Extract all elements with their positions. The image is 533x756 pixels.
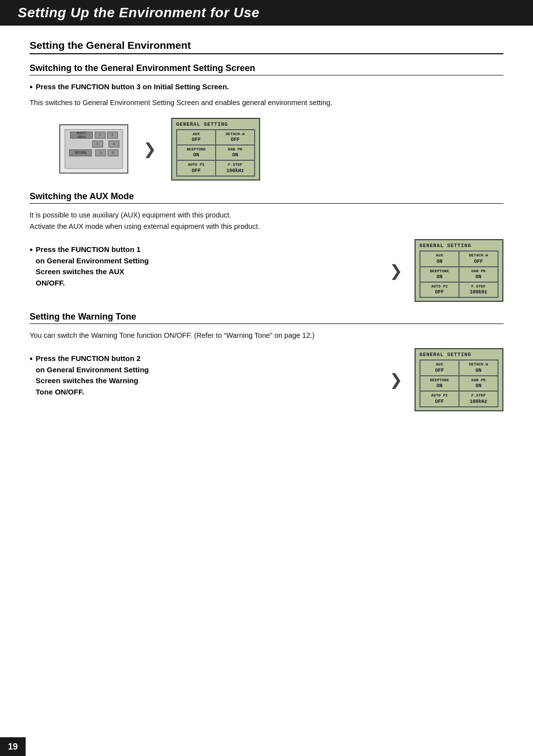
body-text-general: This switches to General Environment Set… <box>30 97 503 108</box>
lcd-label-aux: GENERAL SETTING <box>419 243 498 249</box>
lcd-screen-1: GENERAL SETTING AUX OFF DETACH.W OFF BEE… <box>171 118 260 180</box>
lcd-label-dab-1: DAB PR <box>219 147 252 152</box>
bullet-left-warning: • Press the FUNCTION button 2 on General… <box>30 348 370 401</box>
lcd-grid-1: AUX OFF DETACH.W OFF BEEPTONE ON DAB PR … <box>176 129 255 177</box>
shift-btn: SHIFT→EBit <box>70 132 93 139</box>
diagram-right-warning: ❯ GENERAL SETTING AUX OFF DETACH.W ON BE… <box>389 348 503 411</box>
lcd-cell-autopi-3: AUTO PI OFF <box>420 391 459 406</box>
lcd-cell-beep-1: BEEPTONE ON <box>177 145 216 160</box>
subsection-switching-general: Switching to the General Environment Set… <box>30 63 503 75</box>
lcd-label-beep-1: BEEPTONE <box>180 147 213 152</box>
lcd-cell-detach-1: DETACH.W OFF <box>216 130 255 145</box>
device-inner-1: SHIFT→EBit 1 2 3 4 RETURN 5 6 <box>65 129 123 169</box>
btn-6: 6 <box>108 149 118 156</box>
lcd-cell-dab-1: DAB PR ON <box>216 145 255 160</box>
bullet-item-warning: • Press the FUNCTION button 2 on General… <box>30 353 370 397</box>
bullet-text-warning: Press the FUNCTION button 2 on General E… <box>36 353 149 397</box>
aux-bullet-line2: on General Environment Setting <box>36 256 149 265</box>
lcd-label-aux-1: AUX <box>180 132 213 137</box>
arrow-aux: ❯ <box>389 261 403 280</box>
lcd-value-dab-1: ON <box>219 152 252 158</box>
lcd-value-fstep-1: 100kHz <box>219 168 252 174</box>
aux-bullet-line4: ON/OFF. <box>36 279 65 287</box>
aux-bullet-line3: Screen switches the AUX <box>36 267 124 276</box>
lcd-label-1: GENERAL SETTING <box>176 122 255 127</box>
bullet-dot-warning: • <box>30 354 33 365</box>
btn-1: 1 <box>95 132 106 139</box>
subsection-warning-tone: Setting the Warning Tone <box>30 312 503 324</box>
device-mid-row: 3 4 <box>92 141 119 147</box>
lcd-cell-beep-3: BEEPTONE ON <box>420 376 459 391</box>
lcd-value-beep-1: ON <box>180 152 213 158</box>
bullet-item-aux: • Press the FUNCTION button 1 on General… <box>30 244 370 288</box>
page-header: Setting Up the Environment for Use <box>0 0 533 26</box>
bullet-dot-1: • <box>30 82 33 93</box>
lcd-cell-fstep-3: F.STEP 100kHz <box>459 391 498 406</box>
lcd-title-1: GENERAL SETTING <box>176 122 228 127</box>
bullet-dot-aux: • <box>30 245 33 256</box>
body-text-warning: You can switch the Warning Tone function… <box>30 330 503 341</box>
lcd-cell-beep-2: BEEPTONE ON <box>420 267 459 282</box>
lcd-cell-aux-2: AUX ON <box>420 251 459 266</box>
lcd-label-fstep-1: F.STEP <box>219 162 252 167</box>
section-title: Setting the General Environment <box>30 39 503 54</box>
warning-bullet-line1: Press the FUNCTION button 2 <box>36 354 141 362</box>
btn-2: 2 <box>107 132 118 139</box>
lcd-label-autopi-1: AUTO PI <box>180 162 213 167</box>
arrow-1: ❯ <box>143 140 156 158</box>
bullet-diagram-aux: • Press the FUNCTION button 1 on General… <box>30 239 503 302</box>
num-btns-bot: 5 6 <box>95 149 118 156</box>
lcd-value-autopi-1: OFF <box>180 168 213 174</box>
warning-bullet-line2: on General Environment Setting <box>36 365 149 374</box>
lcd-title-aux: GENERAL SETTING <box>419 243 471 249</box>
bullet-text-aux: Press the FUNCTION button 1 on General E… <box>36 244 149 288</box>
lcd-cell-fstep-2: F.STEP 100kHz <box>459 282 498 297</box>
lcd-grid-aux: AUX ON DETACH.W OFF BEEPTONE ON DAB PR O… <box>419 251 498 298</box>
arrow-warning: ❯ <box>389 370 403 389</box>
lcd-title-warning: GENERAL SETTING <box>419 352 471 358</box>
device-image-1: SHIFT→EBit 1 2 3 4 RETURN 5 6 <box>59 124 128 174</box>
lcd-cell-detach-2: DETACH.W OFF <box>459 251 498 266</box>
diagram-right-aux: ❯ GENERAL SETTING AUX ON DETACH.W OFF BE… <box>389 239 503 302</box>
lcd-screen-aux: GENERAL SETTING AUX ON DETACH.W OFF BEEP… <box>415 239 503 302</box>
return-btn: RETURN <box>69 149 92 156</box>
lcd-cell-detach-3: DETACH.W ON <box>459 360 498 375</box>
lcd-cell-dab-2: DAB PR ON <box>459 267 498 282</box>
device-bot-row: RETURN 5 6 <box>69 149 118 156</box>
bullet-item-function3: • Press the FUNCTION button 3 on Initial… <box>30 81 503 93</box>
lcd-screen-warning: GENERAL SETTING AUX OFF DETACH.W ON BEEP… <box>415 348 503 411</box>
btn-4: 4 <box>109 141 119 147</box>
lcd-cell-fstep-1: F.STEP 100kHz <box>216 160 255 176</box>
bullet-left-aux: • Press the FUNCTION button 1 on General… <box>30 239 370 292</box>
device-top-row: SHIFT→EBit 1 2 <box>70 132 118 139</box>
lcd-value-aux-1: OFF <box>180 137 213 143</box>
btn-5: 5 <box>95 149 106 156</box>
lcd-grid-warning: AUX OFF DETACH.W ON BEEPTONE ON DAB PR O… <box>419 360 498 407</box>
main-content: Setting the General Environment Switchin… <box>0 26 533 441</box>
lcd-cell-autopi-2: AUTO PI OFF <box>420 282 459 297</box>
lcd-label-warning: GENERAL SETTING <box>419 352 498 358</box>
aux-body-line1: It is possible to use auxiliary (AUX) eq… <box>30 211 231 219</box>
lcd-cell-dab-3: DAB PR ON <box>459 376 498 391</box>
lcd-cell-aux-1: AUX OFF <box>177 130 216 145</box>
lcd-label-detach-1: DETACH.W <box>219 132 252 137</box>
btn-3: 3 <box>92 141 103 147</box>
lcd-cell-aux-3: AUX OFF <box>420 360 459 375</box>
bullet-text-function3: Press the FUNCTION button 3 on Initial S… <box>36 81 229 93</box>
body-text-aux-1: It is possible to use auxiliary (AUX) eq… <box>30 210 503 232</box>
page-title: Setting Up the Environment for Use <box>18 5 515 21</box>
warning-bullet-line4: Tone ON/OFF. <box>36 388 84 396</box>
diagram-row-1: SHIFT→EBit 1 2 3 4 RETURN 5 6 <box>59 118 503 180</box>
aux-bullet-line1: Press the FUNCTION button 1 <box>36 245 141 253</box>
lcd-value-detach-1: OFF <box>219 137 252 143</box>
page-number: 19 <box>0 737 26 756</box>
warning-bullet-line3: Screen switches the Warning <box>36 376 138 385</box>
subsection-aux-mode: Switching the AUX Mode <box>30 191 503 204</box>
bullet-diagram-warning: • Press the FUNCTION button 2 on General… <box>30 348 503 411</box>
lcd-cell-autopi-1: AUTO PI OFF <box>177 160 216 176</box>
aux-body-line2: Activate the AUX mode when using externa… <box>30 222 260 230</box>
num-btns-top: 1 2 <box>95 132 118 139</box>
